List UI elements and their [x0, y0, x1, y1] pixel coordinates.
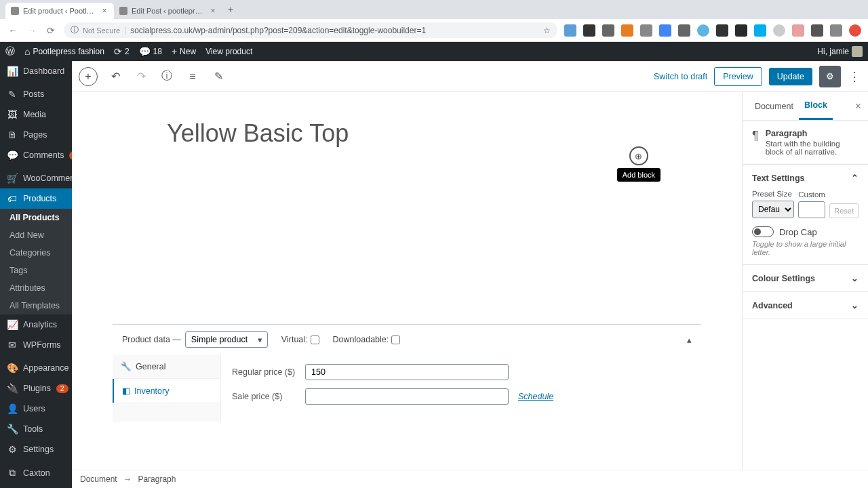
ext-icon[interactable] — [735, 24, 747, 37]
sidebar-item-caxton[interactable]: ⧉Caxton — [0, 462, 72, 483]
sidebar-item-users[interactable]: 👤Users — [0, 399, 72, 419]
product-type-select[interactable]: Simple product — [185, 331, 268, 348]
panel-advanced[interactable]: Advanced ⌄ — [752, 300, 859, 310]
sidebar-item-appearance[interactable]: 🎨Appearance — [0, 358, 72, 378]
sidebar-item-comments[interactable]: 💬Comments18 — [0, 145, 72, 165]
back-icon[interactable]: ← — [7, 25, 19, 36]
ext-icon[interactable] — [621, 24, 633, 37]
sale-price-input[interactable] — [305, 388, 509, 405]
panel-text-settings[interactable]: Text Settings ⌃ — [752, 173, 859, 183]
ext-icon[interactable] — [716, 24, 728, 37]
new-content-link[interactable]: +New — [172, 46, 196, 57]
downloadable-checkbox[interactable]: Downloadable: — [333, 335, 401, 344]
submenu-templates[interactable]: All Templates — [0, 297, 72, 314]
updates-link[interactable]: ⟳2 — [114, 46, 130, 57]
ext-icon[interactable] — [640, 24, 652, 37]
sidebar-item-analytics[interactable]: 📈Analytics — [0, 314, 72, 335]
ext-icon[interactable] — [583, 24, 595, 37]
switch-draft-link[interactable]: Switch to draft — [654, 72, 707, 81]
user-greeting[interactable]: Hi, jamie — [817, 46, 863, 57]
virtual-checkbox[interactable]: Virtual: — [281, 335, 319, 344]
sidebar-item-products[interactable]: 🏷Products — [0, 188, 72, 209]
browser-tab-active[interactable]: Edit product ‹ Pootlepress fash… × — [5, 3, 114, 19]
ext-icon[interactable] — [849, 24, 861, 37]
panel-colour-settings[interactable]: Colour Settings ⌄ — [752, 273, 859, 283]
collapse-icon[interactable]: ▴ — [687, 335, 692, 345]
ext-icon[interactable] — [792, 24, 804, 37]
sidebar-item-tools[interactable]: 🔧Tools — [0, 419, 72, 439]
settings-icon[interactable]: ⚙ — [819, 66, 841, 87]
appearance-icon: 🎨 — [7, 363, 18, 373]
ext-icon[interactable] — [659, 24, 671, 37]
sidebar-item-wpforms[interactable]: ✉WPForms — [0, 335, 72, 355]
comments-link[interactable]: 💬18 — [139, 46, 162, 57]
submenu-tags[interactable]: Tags — [0, 262, 72, 279]
sidebar-item-pages[interactable]: 🗎Pages — [0, 125, 72, 145]
sidebar-item-plugins[interactable]: 🔌Plugins2 — [0, 378, 72, 399]
custom-size-input[interactable] — [798, 201, 825, 218]
preview-button[interactable]: Preview — [714, 67, 762, 86]
pd-tab-general[interactable]: 🔧General — [113, 354, 220, 379]
tab-block[interactable]: Block — [799, 92, 833, 120]
posts-icon: ✎ — [7, 89, 18, 100]
media-icon: 🖼 — [7, 109, 18, 120]
add-block-button[interactable]: + — [79, 67, 98, 86]
update-button[interactable]: Update — [769, 68, 812, 85]
sale-price-label: Sale price ($) — [232, 392, 296, 401]
reload-icon[interactable]: ⟳ — [45, 25, 57, 36]
ext-icon[interactable] — [602, 24, 614, 37]
tab-document[interactable]: Document — [749, 94, 799, 119]
dropcap-toggle[interactable] — [752, 226, 774, 237]
url-field[interactable]: ⓘ Not Secure | socialpress.co.uk/wp-admi… — [64, 22, 557, 38]
view-product-link[interactable]: View product — [205, 47, 252, 56]
ext-icon[interactable] — [564, 24, 576, 37]
analytics-icon: 📈 — [7, 319, 18, 330]
tab-favicon — [119, 7, 127, 15]
new-tab-button[interactable]: + — [228, 4, 233, 15]
star-icon[interactable]: ☆ — [543, 26, 551, 35]
sidebar-item-woocommerce[interactable]: 🛒WooCommerce — [0, 168, 72, 188]
ext-icon[interactable] — [811, 24, 823, 37]
avatar — [852, 46, 863, 57]
sidebar-item-settings[interactable]: ⚙Settings — [0, 439, 72, 460]
breadcrumb-root[interactable]: Document — [80, 474, 117, 484]
edit-icon[interactable]: ✎ — [210, 70, 226, 83]
ext-icon[interactable] — [697, 24, 709, 37]
sidebar-item-dashboard[interactable]: 📊Dashboard — [0, 61, 72, 81]
preset-size-select[interactable]: Default — [752, 201, 794, 218]
close-icon[interactable]: × — [855, 100, 861, 113]
close-icon[interactable]: × — [100, 7, 108, 15]
outline-icon[interactable]: ≡ — [184, 70, 201, 83]
url-text: socialpress.co.uk/wp-admin/post.php?post… — [130, 26, 426, 35]
reset-button[interactable]: Reset — [829, 203, 859, 218]
close-icon[interactable]: × — [209, 7, 217, 15]
submenu-add-new[interactable]: Add New — [0, 226, 72, 244]
schedule-link[interactable]: Schedule — [518, 392, 553, 401]
custom-size-label: Custom — [798, 190, 825, 199]
submenu-categories[interactable]: Categories — [0, 244, 72, 262]
add-block-inline-button[interactable]: ⊕ — [629, 146, 648, 165]
sidebar-item-media[interactable]: 🖼Media — [0, 104, 72, 125]
more-icon[interactable]: ⋮ — [848, 69, 861, 84]
info-icon[interactable]: ⓘ — [159, 69, 175, 83]
redo-icon[interactable]: ↷ — [133, 70, 149, 83]
forward-icon[interactable]: → — [26, 25, 38, 36]
wp-logo-icon[interactable]: Ⓦ — [5, 45, 15, 58]
undo-icon[interactable]: ↶ — [107, 70, 123, 83]
ext-icon[interactable] — [678, 24, 690, 37]
sidebar-item-posts[interactable]: ✎Posts — [0, 84, 72, 104]
site-link[interactable]: ⌂Pootlepress fashion — [24, 46, 104, 57]
products-icon: 🏷 — [7, 193, 18, 204]
page-title[interactable]: Yellow Basic Top — [167, 119, 701, 148]
regular-price-input[interactable] — [305, 364, 509, 380]
submenu-all-products[interactable]: All Products — [0, 209, 72, 226]
ext-icon[interactable] — [830, 24, 842, 37]
editor-canvas[interactable]: Yellow Basic Top ⊕ Add block Product dat… — [72, 92, 742, 470]
pd-tab-inventory[interactable]: ◧Inventory — [113, 379, 220, 403]
ext-icon[interactable] — [754, 24, 766, 37]
ext-icon[interactable] — [773, 24, 785, 37]
browser-tab-inactive[interactable]: Edit Post ‹ pootlepress — Wo… × — [114, 3, 222, 19]
submenu-attributes[interactable]: Attributes — [0, 279, 72, 297]
breadcrumb-current[interactable]: Paragraph — [138, 474, 176, 484]
sidebar-item-gutenberg[interactable]: ◉Gutenberg — [0, 483, 72, 488]
